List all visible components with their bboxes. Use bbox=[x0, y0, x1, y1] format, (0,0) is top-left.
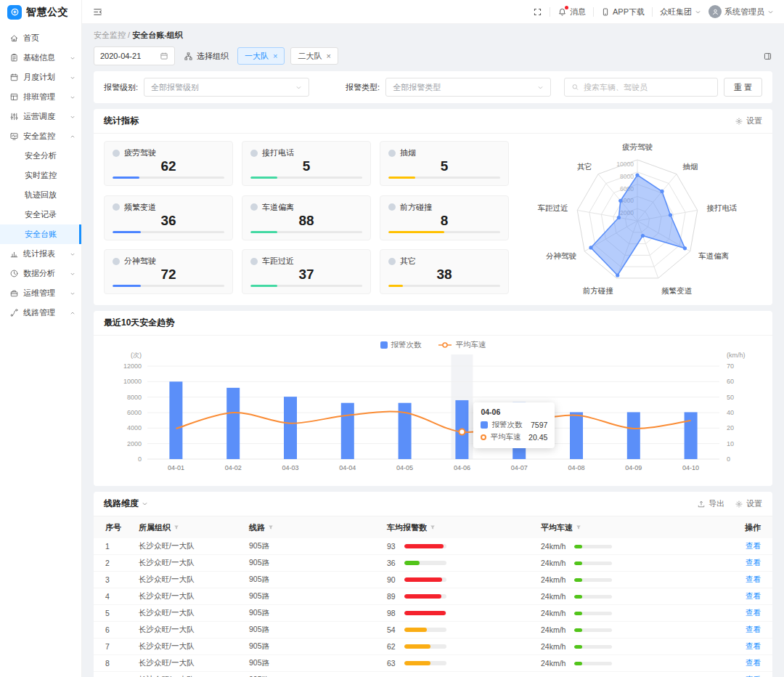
sidebar-item-线路管理[interactable]: 线路管理 bbox=[0, 303, 81, 323]
close-icon[interactable]: × bbox=[326, 52, 330, 60]
sidebar-item-数据分析[interactable]: 数据分析 bbox=[0, 264, 81, 283]
cell-org: 长沙众旺/一大队 bbox=[139, 591, 249, 601]
menu-collapse-icon[interactable] bbox=[92, 7, 103, 17]
sidebar-item-label: 数据分析 bbox=[23, 268, 55, 279]
table-dimension-dropdown[interactable]: 线路维度 bbox=[104, 498, 148, 510]
sidebar-item-基础信息[interactable]: 基础信息 bbox=[0, 48, 81, 68]
sidebar-subitem-安全记录[interactable]: 安全记录 bbox=[0, 205, 81, 224]
view-link[interactable]: 查看 bbox=[746, 658, 761, 667]
stat-value: 5 bbox=[250, 159, 362, 173]
svg-text:分神驾驶: 分神驾驶 bbox=[545, 251, 576, 260]
svg-text:8000: 8000 bbox=[127, 394, 142, 401]
cell-alarms: 63 bbox=[387, 659, 541, 668]
column-header-车均报警数[interactable]: 车均报警数 bbox=[387, 522, 541, 533]
view-link[interactable]: 查看 bbox=[746, 558, 761, 567]
legend-item-alarms[interactable]: 报警次数 bbox=[380, 340, 422, 350]
breadcrumb-divider: / bbox=[128, 31, 130, 39]
export-icon bbox=[697, 500, 706, 508]
filter-icon[interactable] bbox=[576, 524, 581, 530]
svg-text:12000: 12000 bbox=[123, 362, 142, 370]
column-label: 操作 bbox=[745, 522, 761, 533]
trend-chart[interactable]: 报警次数 平均车速 120007010000608000506000404000… bbox=[94, 336, 772, 486]
sidebar-item-月度计划[interactable]: 月度计划 bbox=[0, 68, 81, 87]
view-link[interactable]: 查看 bbox=[746, 641, 761, 650]
reset-button[interactable]: 重 置 bbox=[724, 78, 762, 97]
calendar-icon bbox=[160, 52, 168, 60]
tooltip-bar-marker bbox=[481, 421, 488, 429]
alarm-type-select[interactable]: 全部报警类型 bbox=[385, 78, 551, 97]
sidebar-item-运维管理[interactable]: 运维管理 bbox=[0, 283, 81, 303]
stat-value: 72 bbox=[113, 267, 224, 281]
sidebar-subitem-轨迹回放[interactable]: 轨迹回放 bbox=[0, 185, 81, 205]
table-actions: 导出 设置 bbox=[697, 498, 762, 509]
stat-value: 36 bbox=[113, 214, 224, 227]
table-settings-label: 设置 bbox=[746, 498, 762, 509]
table-card-header: 线路维度 导出 设置 bbox=[94, 492, 772, 516]
speed-bar bbox=[574, 628, 612, 632]
sidebar-item-首页[interactable]: 首页 bbox=[0, 28, 81, 48]
search-box bbox=[564, 78, 718, 97]
sidebar-item-统计报表[interactable]: 统计报表 bbox=[0, 244, 81, 264]
stat-card-分神驾驶: 分神驾驶72 bbox=[104, 249, 233, 294]
cell-speed: 24km/h bbox=[541, 575, 731, 584]
stats-settings-button[interactable]: 设置 bbox=[735, 115, 762, 126]
view-link[interactable]: 查看 bbox=[746, 608, 761, 617]
sidebar-item-排班管理[interactable]: 排班管理 bbox=[0, 87, 81, 107]
app-download-button[interactable]: APP下载 bbox=[601, 7, 645, 17]
alarm-bar bbox=[404, 561, 446, 565]
stat-card-其它: 其它38 bbox=[380, 249, 509, 294]
org-selector[interactable]: 选择组织 bbox=[184, 51, 229, 62]
cell-line: 905路 bbox=[249, 575, 387, 585]
svg-text:车距过近: 车距过近 bbox=[537, 203, 568, 212]
svg-text:50: 50 bbox=[727, 394, 734, 401]
alarm-level-value: 全部报警级别 bbox=[151, 82, 199, 93]
legend-item-speed[interactable]: 平均车速 bbox=[438, 340, 486, 350]
panel-toggle-icon[interactable] bbox=[763, 52, 772, 61]
org-tag-二大队[interactable]: 二大队× bbox=[290, 47, 338, 65]
cell-org: 长沙众旺/一大队 bbox=[139, 641, 249, 652]
trend-card: 最近10天安全趋势 报警次数 平均车速 bbox=[94, 311, 772, 486]
company-dropdown[interactable]: 众旺集团 bbox=[660, 7, 701, 17]
stat-progress bbox=[113, 285, 224, 287]
app-logo[interactable]: 智慧公交 bbox=[0, 0, 81, 24]
sidebar-subitem-安全台账[interactable]: 安全台账 bbox=[0, 224, 81, 244]
table-settings-button[interactable]: 设置 bbox=[735, 498, 762, 509]
view-link[interactable]: 查看 bbox=[746, 625, 761, 633]
table-row: 3长沙众旺/一大队905路9024km/h查看 bbox=[94, 572, 772, 588]
sidebar-subitem-实时监控[interactable]: 实时监控 bbox=[0, 166, 81, 185]
messages-button[interactable]: 消息 bbox=[558, 7, 586, 17]
chevron-down-icon bbox=[70, 75, 75, 81]
filter-icon[interactable] bbox=[430, 524, 436, 530]
stat-bullet-icon bbox=[113, 203, 120, 211]
column-header-线路[interactable]: 线路 bbox=[249, 522, 387, 533]
date-picker[interactable]: 2020-04-21 bbox=[94, 46, 175, 65]
alarm-level-select[interactable]: 全部报警级别 bbox=[144, 78, 309, 97]
sidebar-subitem-安全分析[interactable]: 安全分析 bbox=[0, 146, 81, 166]
filter-icon[interactable] bbox=[268, 524, 274, 530]
export-button[interactable]: 导出 bbox=[697, 498, 724, 509]
column-header-所属组织[interactable]: 所属组织 bbox=[139, 522, 249, 533]
close-icon[interactable]: × bbox=[273, 52, 277, 60]
view-link[interactable]: 查看 bbox=[746, 575, 761, 583]
view-link[interactable]: 查看 bbox=[746, 591, 761, 600]
view-link[interactable]: 查看 bbox=[746, 541, 761, 550]
tooltip-row-alarms: 报警次数 7597 bbox=[481, 420, 547, 430]
sidebar-item-安全监控[interactable]: 安全监控 bbox=[0, 126, 81, 146]
stat-bullet-icon bbox=[250, 150, 258, 157]
fullscreen-icon[interactable] bbox=[533, 7, 542, 17]
column-header-平均车速[interactable]: 平均车速 bbox=[541, 522, 731, 533]
stat-value: 88 bbox=[250, 214, 362, 227]
stat-progress bbox=[113, 231, 224, 233]
tooltip-date: 04-06 bbox=[481, 408, 547, 416]
stat-bullet-icon bbox=[113, 150, 120, 157]
cell-org: 长沙众旺/一大队 bbox=[139, 558, 249, 568]
user-dropdown[interactable]: 系统管理员 bbox=[709, 5, 774, 18]
org-tag-一大队[interactable]: 一大队× bbox=[237, 47, 285, 65]
breadcrumb-section[interactable]: 安全监控 bbox=[94, 31, 126, 39]
filter-icon[interactable] bbox=[173, 524, 179, 530]
radar-chart[interactable]: 200040006000800010000疲劳驾驶抽烟接打电话车道偏离频繁变道前… bbox=[509, 141, 762, 296]
org-tags: 一大队×二大队× bbox=[237, 47, 338, 65]
sidebar-item-运营调度[interactable]: 运营调度 bbox=[0, 107, 81, 126]
search-input[interactable] bbox=[584, 83, 711, 92]
svg-text:04-01: 04-01 bbox=[168, 464, 184, 471]
